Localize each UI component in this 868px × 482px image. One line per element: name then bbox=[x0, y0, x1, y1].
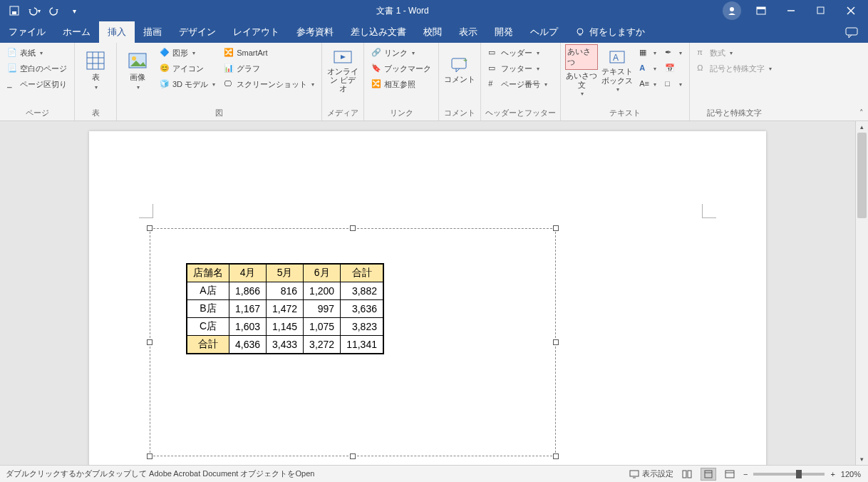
undo-button[interactable]: ▾ bbox=[26, 2, 43, 19]
display-settings-button[interactable]: 表示設定 bbox=[629, 468, 673, 479]
resize-handle[interactable] bbox=[147, 339, 153, 345]
tab-developer[interactable]: 開発 bbox=[486, 21, 522, 43]
screenshot-button[interactable]: 🖵スクリーンショット bbox=[221, 77, 317, 91]
smartart-button[interactable]: 🔀SmartArt bbox=[221, 46, 317, 60]
qat-customize[interactable]: ▾ bbox=[66, 2, 83, 19]
crossref-button[interactable]: 🔀相互参照 bbox=[368, 77, 434, 91]
tab-home[interactable]: ホーム bbox=[54, 21, 99, 43]
zoom-in-button[interactable]: + bbox=[830, 470, 835, 478]
chart-icon: 📊 bbox=[224, 63, 234, 73]
ribbon: 📄表紙 📃空白のページ ⎯ページ区切り ページ 表 表 画像 🔷図形 😊アイコン bbox=[0, 43, 868, 121]
wordart-button[interactable]: A bbox=[636, 61, 659, 76]
comments-pane-button[interactable] bbox=[835, 23, 868, 43]
cell: 1,866 bbox=[229, 282, 267, 300]
dropcap-icon: A≡ bbox=[639, 79, 649, 89]
resize-handle[interactable] bbox=[147, 225, 153, 231]
chart-button[interactable]: 📊グラフ bbox=[221, 61, 317, 76]
resize-handle[interactable] bbox=[147, 453, 153, 459]
tab-help[interactable]: ヘルプ bbox=[522, 21, 567, 43]
equation-button[interactable]: π数式 bbox=[694, 46, 775, 60]
read-mode-button[interactable] bbox=[679, 468, 695, 481]
scroll-thumb[interactable] bbox=[857, 133, 867, 218]
icons-button[interactable]: 😊アイコン bbox=[157, 61, 218, 76]
embedded-object[interactable]: 店舗名 4月 5月 6月 合計 A店 1,866 816 1,200 3,882 bbox=[150, 228, 556, 456]
redo-button[interactable] bbox=[46, 2, 63, 19]
dropcap-button[interactable]: A≡ bbox=[636, 77, 659, 91]
print-layout-button[interactable] bbox=[701, 468, 716, 481]
svg-rect-24 bbox=[630, 471, 639, 476]
zoom-level[interactable]: 120% bbox=[841, 470, 861, 478]
datetime-button[interactable]: 📅 bbox=[662, 61, 685, 76]
link-button[interactable]: 🔗リンク bbox=[368, 46, 434, 60]
close-button[interactable] bbox=[837, 1, 865, 21]
tab-design[interactable]: デザイン bbox=[170, 21, 224, 43]
bulb-icon bbox=[575, 27, 585, 37]
save-button[interactable] bbox=[6, 2, 23, 19]
screenshot-icon: 🖵 bbox=[224, 79, 234, 89]
page-break-button[interactable]: ⎯ページ区切り bbox=[4, 77, 70, 91]
zoom-out-button[interactable]: − bbox=[743, 470, 748, 478]
zoom-slider-knob[interactable] bbox=[796, 470, 802, 478]
tab-view[interactable]: 表示 bbox=[450, 21, 486, 43]
comment-button[interactable]: + コメント bbox=[443, 46, 476, 96]
ribbon-display-button[interactable] bbox=[747, 1, 775, 21]
web-layout-button[interactable] bbox=[722, 468, 738, 481]
scroll-up-button[interactable]: ▴ bbox=[856, 121, 868, 133]
tab-insert[interactable]: 挿入 bbox=[99, 21, 135, 43]
maximize-button[interactable] bbox=[807, 1, 835, 21]
page[interactable]: 店舗名 4月 5月 6月 合計 A店 1,866 816 1,200 3,882 bbox=[89, 131, 766, 465]
document-scroll[interactable]: 店舗名 4月 5月 6月 合計 A店 1,866 816 1,200 3,882 bbox=[0, 121, 855, 465]
svg-rect-1 bbox=[12, 11, 16, 14]
collapse-ribbon-button[interactable]: ˄ bbox=[859, 108, 864, 118]
table-row: A店 1,866 816 1,200 3,882 bbox=[187, 282, 383, 300]
pagenum-icon: # bbox=[488, 79, 498, 89]
cube-icon: 🧊 bbox=[160, 79, 170, 89]
cover-page-button[interactable]: 📄表紙 bbox=[4, 46, 70, 60]
tab-file[interactable]: ファイル bbox=[0, 21, 54, 43]
tell-me-search[interactable]: 何をしますか bbox=[567, 26, 653, 43]
resize-handle[interactable] bbox=[553, 453, 559, 459]
zoom-slider[interactable] bbox=[753, 473, 825, 476]
group-label: 記号と特殊文字 bbox=[694, 106, 775, 120]
link-icon: 🔗 bbox=[371, 48, 381, 58]
bookmark-button[interactable]: 🔖ブックマーク bbox=[368, 61, 434, 76]
table-button[interactable]: 表 bbox=[79, 46, 112, 96]
cell: 4,636 bbox=[229, 336, 267, 354]
group-label: テキスト bbox=[565, 106, 685, 120]
shapes-button[interactable]: 🔷図形 bbox=[157, 46, 218, 60]
tab-review[interactable]: 校閲 bbox=[415, 21, 450, 43]
scroll-down-button[interactable]: ▾ bbox=[856, 453, 868, 465]
scroll-track[interactable] bbox=[856, 133, 868, 453]
page-break-icon: ⎯ bbox=[7, 79, 17, 89]
tab-layout[interactable]: レイアウト bbox=[224, 21, 288, 43]
greeting-button[interactable]: あいさつ あいさつ 文 bbox=[565, 46, 598, 96]
footer-icon: ▭ bbox=[488, 63, 498, 73]
symbol-button[interactable]: Ω記号と特殊文字 bbox=[694, 61, 775, 76]
minimize-button[interactable] bbox=[777, 1, 805, 21]
resize-handle[interactable] bbox=[553, 225, 559, 231]
group-symbols: π数式 Ω記号と特殊文字 記号と特殊文字 bbox=[690, 43, 779, 120]
textbox-button[interactable]: A テキスト ボックス bbox=[601, 46, 634, 96]
resize-handle[interactable] bbox=[553, 339, 559, 345]
tab-mailings[interactable]: 差し込み文書 bbox=[342, 21, 415, 43]
online-video-button[interactable]: オンライン ビデオ bbox=[326, 46, 359, 96]
row-name: C店 bbox=[187, 318, 229, 336]
resize-handle[interactable] bbox=[350, 453, 356, 459]
tab-references[interactable]: 参考資料 bbox=[288, 21, 342, 43]
vertical-scrollbar[interactable]: ▴ ▾ bbox=[855, 121, 868, 465]
table-header: 合計 bbox=[341, 264, 383, 282]
pictures-button[interactable]: 画像 bbox=[121, 46, 154, 96]
tab-draw[interactable]: 描画 bbox=[135, 21, 170, 43]
user-account-button[interactable] bbox=[723, 1, 741, 20]
object-button[interactable]: □ bbox=[662, 77, 685, 91]
document-area: 店舗名 4月 5月 6月 合計 A店 1,866 816 1,200 3,882 bbox=[0, 121, 868, 465]
signature-button[interactable]: ✒ bbox=[662, 46, 685, 60]
page-number-button[interactable]: #ページ番号 bbox=[485, 77, 550, 91]
footer-button[interactable]: ▭フッター bbox=[485, 61, 550, 76]
tell-me-label: 何をしますか bbox=[589, 26, 645, 39]
quickparts-button[interactable]: ▦ bbox=[636, 46, 659, 60]
blank-page-button[interactable]: 📃空白のページ bbox=[4, 61, 70, 76]
3d-models-button[interactable]: 🧊3D モデル bbox=[157, 77, 218, 91]
header-button[interactable]: ▭ヘッダー bbox=[485, 46, 550, 60]
resize-handle[interactable] bbox=[350, 225, 356, 231]
